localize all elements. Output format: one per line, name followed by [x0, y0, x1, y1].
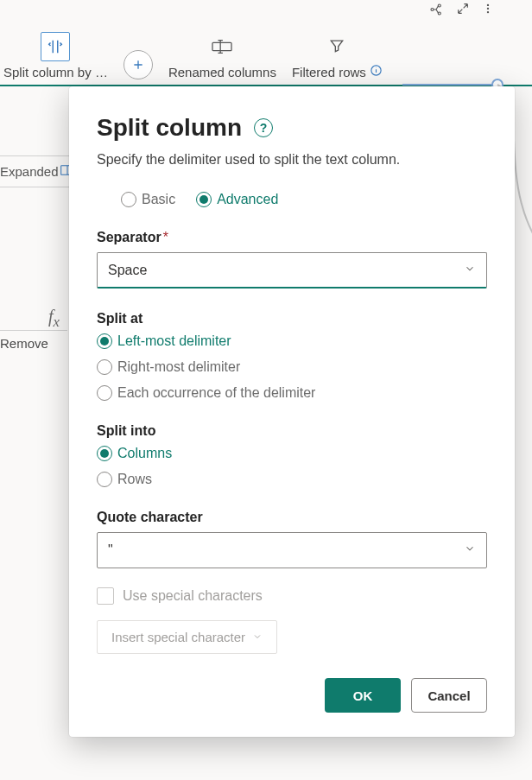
bg-expanded-tab: Expanded [0, 155, 69, 187]
use-special-checkbox[interactable]: Use special characters [97, 587, 487, 605]
radio-dot-icon [121, 192, 136, 207]
split-column-icon [41, 32, 70, 61]
step-label: Renamed columns [168, 65, 276, 79]
svg-point-5 [487, 11, 489, 13]
help-icon[interactable]: ? [254, 118, 273, 137]
radio-dot-icon [97, 472, 112, 487]
chevron-down-icon [464, 263, 476, 278]
plus-icon [124, 50, 153, 79]
split-into-group: Columns Rows [97, 446, 487, 487]
fx-label: fx [48, 307, 60, 331]
separator-label: Separator* [97, 230, 487, 245]
info-icon [370, 64, 383, 79]
radio-dot-icon [97, 359, 112, 375]
split-at-group: Left-most delimiter Right-most delimiter… [97, 333, 487, 401]
checkbox-icon [97, 587, 114, 605]
cancel-button[interactable]: Cancel [411, 678, 487, 713]
chevron-down-icon [464, 542, 476, 558]
step-renamed-columns[interactable]: Renamed columns [168, 32, 276, 79]
dialog-title: Split column ? [97, 114, 273, 142]
branch-icon [428, 2, 444, 20]
radio-dot-icon [97, 385, 112, 401]
radio-dot-icon [97, 333, 112, 349]
bg-remove-label: Remove [0, 330, 67, 351]
step-split-column[interactable]: Split column by … [3, 32, 108, 79]
svg-point-3 [487, 4, 489, 6]
mode-radio-group: Basic Advanced [121, 192, 487, 207]
steps-toolbar: Split column by … Renamed columns Filter… [0, 26, 532, 86]
svg-rect-6 [212, 42, 231, 50]
radio-left-most[interactable]: Left-most delimiter [97, 333, 487, 349]
dialog-subtitle: Specify the delimiter used to split the … [97, 152, 487, 168]
radio-dot-icon [196, 192, 212, 207]
dialog-buttons: OK Cancel [97, 678, 487, 713]
radio-right-most[interactable]: Right-most delimiter [97, 359, 487, 375]
radio-each-occurrence[interactable]: Each occurrence of the delimiter [97, 385, 487, 401]
split-column-dialog: Split column ? Specify the delimiter use… [69, 86, 515, 737]
step-filtered-rows[interactable]: Filtered rows [292, 31, 383, 79]
step-label: Filtered rows [292, 65, 366, 79]
overflow-icon [482, 2, 494, 20]
separator-select[interactable]: Space [97, 252, 487, 289]
ok-button[interactable]: OK [325, 678, 401, 713]
split-into-label: Split into [97, 423, 487, 439]
top-icons [428, 2, 494, 20]
chevron-down-icon [252, 630, 263, 644]
rename-icon [207, 32, 237, 61]
svg-point-2 [431, 9, 434, 11]
radio-rows[interactable]: Rows [97, 472, 487, 487]
radio-basic[interactable]: Basic [121, 192, 175, 207]
add-step-button[interactable] [124, 50, 153, 79]
svg-point-4 [487, 8, 489, 10]
radio-columns[interactable]: Columns [97, 446, 487, 461]
insert-special-button: Insert special character [97, 620, 277, 654]
filter-icon [322, 31, 352, 60]
radio-dot-icon [97, 446, 112, 461]
quote-select[interactable]: " [97, 532, 487, 568]
split-at-label: Split at [97, 311, 487, 327]
radio-advanced[interactable]: Advanced [196, 192, 278, 207]
expand-icon [456, 2, 470, 20]
quote-label: Quote character [97, 510, 487, 525]
step-label: Split column by … [3, 65, 108, 79]
